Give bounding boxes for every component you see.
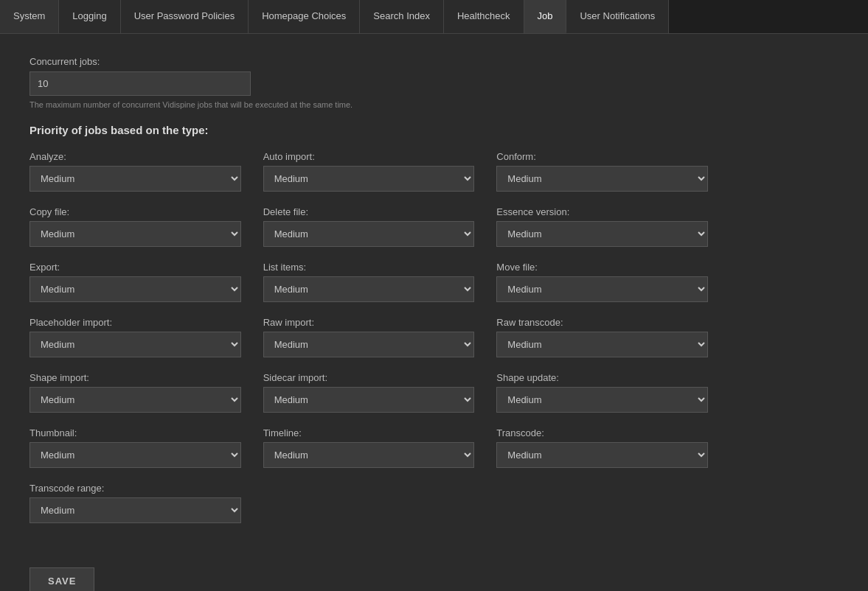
main-content: Concurrent jobs: The maximum number of c… <box>0 34 737 591</box>
concurrent-jobs-label: Concurrent jobs: <box>29 56 708 67</box>
tab-healthcheck[interactable]: Healthcheck <box>444 0 524 33</box>
list-items-field: List items: Low Medium High <box>263 262 475 302</box>
essence-version-label: Essence version: <box>496 206 708 217</box>
transcode-range-field: Transcode range: Low Medium High <box>29 483 241 523</box>
conform-field: Conform: Low Medium High <box>496 151 708 192</box>
tab-user-password-policies[interactable]: User Password Policies <box>121 0 249 33</box>
raw-import-select[interactable]: Low Medium High <box>263 332 475 357</box>
priority-row-5: Shape import: Low Medium High Sidecar im… <box>29 372 708 413</box>
tab-homepage-choices[interactable]: Homepage Choices <box>249 0 360 33</box>
priority-row-3: Export: Low Medium High List items: Low … <box>29 262 708 302</box>
analyze-label: Analyze: <box>29 151 241 162</box>
shape-import-field: Shape import: Low Medium High <box>29 372 241 413</box>
copy-file-select[interactable]: Low Medium High <box>29 221 241 247</box>
essence-version-select[interactable]: Low Medium High <box>496 221 708 247</box>
tab-bar: System Logging User Password Policies Ho… <box>0 0 868 34</box>
priority-row-2: Copy file: Low Medium High Delete file: … <box>29 206 708 247</box>
concurrent-jobs-input[interactable] <box>29 71 251 96</box>
raw-transcode-select[interactable]: Low Medium High <box>496 332 708 357</box>
analyze-select[interactable]: Low Medium High <box>29 166 241 192</box>
tab-user-notifications[interactable]: User Notifications <box>566 0 669 33</box>
thumbnail-label: Thumbnail: <box>29 427 241 438</box>
tab-job[interactable]: Job <box>524 0 567 33</box>
move-file-select[interactable]: Low Medium High <box>496 276 708 302</box>
list-items-label: List items: <box>263 262 475 273</box>
move-file-field: Move file: Low Medium High <box>496 262 708 302</box>
transcode-select[interactable]: Low Medium High <box>496 442 708 468</box>
tab-system[interactable]: System <box>0 0 59 33</box>
thumbnail-field: Thumbnail: Low Medium High <box>29 427 241 468</box>
placeholder-import-field: Placeholder import: Low Medium High <box>29 317 241 357</box>
export-select[interactable]: Low Medium High <box>29 276 241 302</box>
sidecar-import-field: Sidecar import: Low Medium High <box>263 372 475 413</box>
raw-transcode-label: Raw transcode: <box>496 317 708 328</box>
essence-version-field: Essence version: Low Medium High <box>496 206 708 247</box>
raw-import-field: Raw import: Low Medium High <box>263 317 475 357</box>
placeholder-import-label: Placeholder import: <box>29 317 241 328</box>
move-file-label: Move file: <box>496 262 708 273</box>
auto-import-label: Auto import: <box>263 151 475 162</box>
priority-row-1: Analyze: Low Medium High Auto import: Lo… <box>29 151 708 192</box>
conform-select[interactable]: Low Medium High <box>496 166 708 192</box>
placeholder-import-select[interactable]: Low Medium High <box>29 332 241 357</box>
list-items-select[interactable]: Low Medium High <box>263 276 475 302</box>
priority-section: Priority of jobs based on the type: Anal… <box>29 124 708 523</box>
transcode-label: Transcode: <box>496 427 708 438</box>
tab-search-index[interactable]: Search Index <box>360 0 444 33</box>
copy-file-field: Copy file: Low Medium High <box>29 206 241 247</box>
shape-update-label: Shape update: <box>496 372 708 383</box>
transcode-field: Transcode: Low Medium High <box>496 427 708 468</box>
timeline-field: Timeline: Low Medium High <box>263 427 475 468</box>
raw-transcode-field: Raw transcode: Low Medium High <box>496 317 708 357</box>
priority-row-6: Thumbnail: Low Medium High Timeline: Low… <box>29 427 708 468</box>
raw-import-label: Raw import: <box>263 317 475 328</box>
conform-label: Conform: <box>496 151 708 162</box>
analyze-field: Analyze: Low Medium High <box>29 151 241 192</box>
priority-row-7: Transcode range: Low Medium High <box>29 483 708 523</box>
timeline-label: Timeline: <box>263 427 475 438</box>
shape-update-select[interactable]: Low Medium High <box>496 387 708 413</box>
delete-file-label: Delete file: <box>263 206 475 217</box>
shape-update-field: Shape update: Low Medium High <box>496 372 708 413</box>
export-label: Export: <box>29 262 241 273</box>
save-button[interactable]: SAVE <box>29 567 94 591</box>
auto-import-field: Auto import: Low Medium High <box>263 151 475 192</box>
transcode-range-select[interactable]: Low Medium High <box>29 497 241 523</box>
delete-file-select[interactable]: Low Medium High <box>263 221 475 247</box>
tab-logging[interactable]: Logging <box>59 0 120 33</box>
priority-row-4: Placeholder import: Low Medium High Raw … <box>29 317 708 357</box>
copy-file-label: Copy file: <box>29 206 241 217</box>
thumbnail-select[interactable]: Low Medium High <box>29 442 241 468</box>
sidecar-import-select[interactable]: Low Medium High <box>263 387 475 413</box>
shape-import-select[interactable]: Low Medium High <box>29 387 241 413</box>
concurrent-jobs-hint: The maximum number of concurrent Vidispi… <box>29 100 708 109</box>
timeline-select[interactable]: Low Medium High <box>263 442 475 468</box>
auto-import-select[interactable]: Low Medium High <box>263 166 475 192</box>
transcode-range-label: Transcode range: <box>29 483 241 494</box>
shape-import-label: Shape import: <box>29 372 241 383</box>
sidecar-import-label: Sidecar import: <box>263 372 475 383</box>
concurrent-jobs-group: Concurrent jobs: The maximum number of c… <box>29 56 708 109</box>
export-field: Export: Low Medium High <box>29 262 241 302</box>
priority-title: Priority of jobs based on the type: <box>29 124 708 136</box>
delete-file-field: Delete file: Low Medium High <box>263 206 475 247</box>
